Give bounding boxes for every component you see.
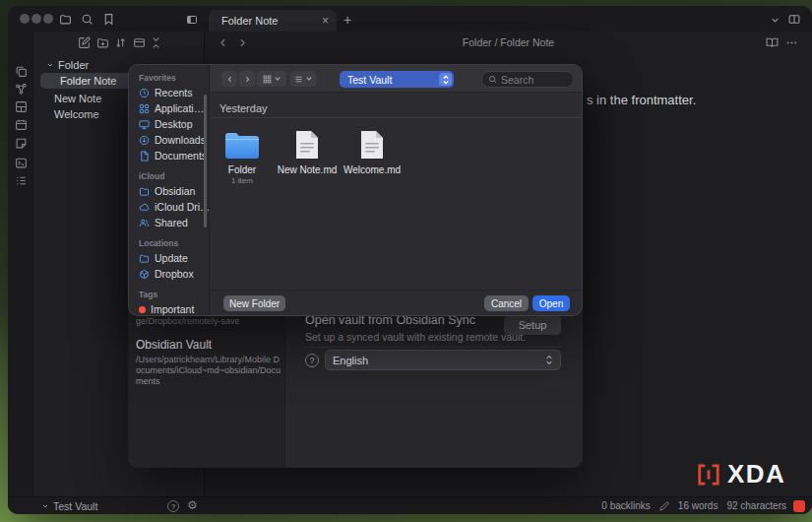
reading-view-icon[interactable] <box>766 36 779 49</box>
new-note-button[interactable] <box>78 36 91 49</box>
tree-item-label: Folder Note <box>60 75 116 87</box>
ribbon-checklist-icon[interactable] <box>15 174 28 187</box>
character-count[interactable]: 92 characters <box>726 500 786 511</box>
document-icon <box>139 151 150 162</box>
chevron-down-icon <box>275 77 281 81</box>
divider <box>305 347 561 348</box>
sidebar-item-obsidian[interactable]: Obsidian <box>129 183 209 199</box>
tree-item-label: New Note <box>54 93 101 104</box>
file-meta: 1 item <box>231 176 253 185</box>
sidebar-item-update[interactable]: Update <box>129 250 209 266</box>
language-value: English <box>333 355 368 366</box>
open-button[interactable]: Open <box>532 295 570 311</box>
file-item-new-note[interactable]: New Note.md <box>277 124 338 185</box>
tab-close-icon[interactable]: × <box>322 15 329 27</box>
finder-toolbar: Test Vault <box>210 65 583 93</box>
ribbon-note-icon[interactable] <box>15 137 28 150</box>
ribbon-graph-icon[interactable] <box>15 83 28 96</box>
file-name: Welcome.md <box>344 164 401 175</box>
traffic-light-zoom[interactable] <box>43 14 53 24</box>
pencil-icon <box>659 501 669 511</box>
card-view-button[interactable] <box>133 36 146 49</box>
tab-folder-note[interactable]: Folder Note × <box>209 10 337 32</box>
sidebar-toggle-icon[interactable] <box>185 14 199 26</box>
obsidian-window: Folder Note × + <box>8 6 812 514</box>
new-folder-button[interactable] <box>96 36 109 49</box>
clock-icon <box>139 88 150 98</box>
search-input[interactable] <box>501 74 567 86</box>
sidebar-item-applications[interactable]: Applicati… <box>129 100 209 116</box>
dialog-button-bar: New Folder Cancel Open <box>210 290 583 315</box>
breadcrumb[interactable]: Folder / Folder Note <box>205 36 812 48</box>
popup-chevrons-icon <box>439 73 452 86</box>
traffic-light-minimize[interactable] <box>31 14 41 24</box>
vault-switcher[interactable]: Test Vault <box>41 497 97 514</box>
file-grid: Folder 1 item New Note.md Welcome.md <box>212 124 406 185</box>
bookmark-icon[interactable] <box>102 13 115 26</box>
sidebar-section-label: Favorites <box>139 73 209 83</box>
cancel-button[interactable]: Cancel <box>484 295 529 311</box>
tree-item-label: Welcome <box>54 108 99 120</box>
collapse-all-button[interactable] <box>150 36 162 49</box>
titlebar: Folder Note × + <box>8 6 812 32</box>
new-tab-button[interactable]: + <box>344 12 351 28</box>
file-item-welcome[interactable]: Welcome.md <box>342 124 403 185</box>
sidebar-item-shared[interactable]: Shared <box>129 215 209 230</box>
finder-search-field[interactable] <box>481 71 574 88</box>
cloud-icon <box>139 202 150 213</box>
view-mode-list-button[interactable] <box>290 71 316 87</box>
help-icon[interactable]: ? <box>305 354 319 367</box>
tab-list-chevron-icon[interactable] <box>770 15 781 26</box>
vault-item-path: /Users/patrickhearn/Library/Mobile Docum… <box>136 355 281 387</box>
view-header: Folder / Folder Note <box>205 32 812 55</box>
sort-order-button[interactable] <box>114 36 127 49</box>
file-name: New Note.md <box>278 164 338 175</box>
folder-icon[interactable] <box>59 13 72 26</box>
sidebar-item-recents[interactable]: Recents <box>129 85 209 100</box>
select-chevrons-icon <box>545 355 553 365</box>
ribbon-calendar-icon[interactable] <box>15 118 28 131</box>
more-options-icon[interactable] <box>785 36 798 49</box>
xda-watermark-text: XDA <box>727 459 785 489</box>
split-window-icon[interactable] <box>787 13 801 26</box>
folder-icon <box>139 186 150 197</box>
group-header: Yesterday <box>210 98 583 118</box>
sidebar-item-tag-important[interactable]: Important <box>129 301 209 316</box>
help-icon[interactable]: ? <box>167 500 179 512</box>
sidebar-scrollbar[interactable] <box>204 95 207 228</box>
box-icon <box>139 269 150 280</box>
red-badge-icon <box>793 500 805 512</box>
location-popup[interactable]: Test Vault <box>340 71 454 88</box>
download-icon <box>139 135 150 146</box>
finder-back-button[interactable] <box>221 71 237 87</box>
sync-section-description: Set up a synced vault with existing remo… <box>305 331 526 343</box>
xda-watermark: XDA <box>697 459 785 489</box>
folder-icon <box>224 124 260 160</box>
setup-button[interactable]: Setup <box>504 315 561 335</box>
view-mode-icons-button[interactable] <box>257 71 286 87</box>
file-item-folder[interactable]: Folder 1 item <box>212 124 273 185</box>
vault-item-name[interactable]: Obsidian Vault <box>136 338 212 352</box>
new-folder-button[interactable]: New Folder <box>223 295 285 311</box>
document-icon <box>360 124 384 160</box>
folder-icon <box>139 253 150 264</box>
status-bar: Test Vault ? ⚙ 0 backlinks 16 words 92 c… <box>8 496 812 514</box>
word-count[interactable]: 16 words <box>678 500 718 511</box>
backlinks-count[interactable]: 0 backlinks <box>601 500 650 511</box>
settings-gear-icon[interactable]: ⚙ <box>187 498 198 512</box>
ribbon-terminal-icon[interactable] <box>15 157 28 169</box>
xda-logo-icon <box>697 463 720 487</box>
sidebar-item-icloud-drive[interactable]: iCloud Dri… <box>129 199 209 215</box>
sidebar-item-downloads[interactable]: Downloads <box>129 132 209 148</box>
chevron-down-icon <box>41 502 49 510</box>
ribbon-canvas-icon[interactable] <box>15 100 28 113</box>
sidebar-section-label: iCloud <box>139 171 209 181</box>
search-icon[interactable] <box>81 13 94 26</box>
finder-forward-button[interactable] <box>239 71 255 87</box>
sidebar-item-desktop[interactable]: Desktop <box>129 116 209 132</box>
ribbon-files-icon[interactable] <box>15 65 28 78</box>
sidebar-item-dropbox[interactable]: Dropbox <box>129 266 209 282</box>
sidebar-item-documents[interactable]: Documents <box>129 148 209 163</box>
language-select[interactable]: English <box>325 350 561 370</box>
traffic-light-close[interactable] <box>20 14 30 24</box>
